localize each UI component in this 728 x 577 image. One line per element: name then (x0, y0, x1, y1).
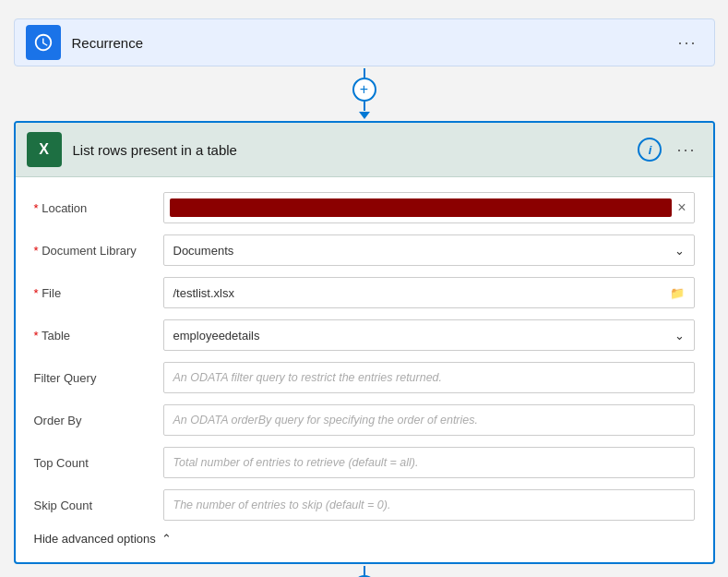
order-by-placeholder: An ODATA orderBy query for specifying th… (173, 414, 478, 427)
order-by-input-wrap: An ODATA orderBy query for specifying th… (163, 404, 695, 436)
document-library-value: Documents (173, 244, 234, 258)
info-button[interactable]: i (638, 138, 662, 162)
file-label: * File (34, 286, 163, 300)
filter-query-label: Filter Query (34, 371, 163, 385)
table-dropdown[interactable]: employeedetails ⌄ (163, 319, 695, 351)
top-connector-line (364, 68, 365, 78)
chevron-down-icon: ⌄ (674, 244, 685, 258)
list-rows-card: X List rows present in a table i ··· * L… (14, 121, 715, 564)
document-library-dropdown[interactable]: Documents ⌄ (163, 234, 695, 266)
top-count-label: Top Count (34, 456, 163, 470)
top-count-placeholder: Total number of entries to retrieve (def… (173, 456, 419, 469)
doc-lib-required-star: * (34, 244, 42, 258)
top-add-button[interactable]: + (352, 78, 376, 102)
order-by-label: Order By (34, 414, 163, 427)
list-rows-header: X List rows present in a table i ··· (16, 123, 713, 177)
filter-query-input-wrap: An ODATA filter query to restrict the en… (163, 362, 695, 393)
file-field[interactable]: /testlist.xlsx 📁 (163, 277, 695, 308)
table-required-star: * (34, 329, 42, 343)
recurrence-icon (26, 25, 61, 60)
file-required-star: * (34, 286, 42, 300)
table-input-wrap: employeedetails ⌄ (163, 319, 695, 351)
order-by-row: Order By An ODATA orderBy query for spec… (34, 404, 695, 436)
file-input-wrap: /testlist.xlsx 📁 (163, 277, 695, 308)
file-row: * File /testlist.xlsx 📁 (34, 277, 695, 308)
skip-count-row: Skip Count The number of entries to skip… (34, 489, 695, 521)
recurrence-more-options-button[interactable]: ··· (672, 30, 702, 56)
top-count-row: Top Count Total number of entries to ret… (34, 447, 695, 478)
skip-count-input-wrap: The number of entries to skip (default =… (163, 489, 695, 521)
skip-count-placeholder: The number of entries to skip (default =… (173, 499, 391, 511)
filter-query-row: Filter Query An ODATA filter query to re… (34, 362, 695, 393)
file-value: /testlist.xlsx (173, 286, 234, 300)
document-library-input-wrap: Documents ⌄ (163, 234, 695, 266)
skip-count-label: Skip Count (34, 499, 163, 512)
list-rows-title: List rows present in a table (73, 142, 638, 158)
hide-advanced-label: Hide advanced options (34, 532, 156, 546)
recurrence-title: Recurrence (72, 35, 673, 51)
skip-count-field[interactable]: The number of entries to skip (default =… (163, 489, 695, 521)
form-area: * Location × * Document Library Document… (16, 177, 713, 562)
top-count-input-wrap: Total number of entries to retrieve (def… (163, 447, 695, 478)
filter-query-placeholder: An ODATA filter query to restrict the en… (173, 371, 443, 384)
location-row: * Location × (34, 192, 695, 223)
filter-query-field[interactable]: An ODATA filter query to restrict the en… (163, 362, 695, 393)
top-count-field[interactable]: Total number of entries to retrieve (def… (163, 447, 695, 478)
table-label: * Table (34, 329, 163, 343)
table-row: * Table employeedetails ⌄ (34, 319, 695, 351)
table-value: employeedetails (173, 329, 260, 343)
location-label: * Location (34, 201, 163, 215)
excel-icon: X (27, 132, 62, 167)
chevron-up-icon: ⌃ (161, 532, 172, 546)
bottom-connector-line (364, 566, 365, 575)
hide-advanced-button[interactable]: Hide advanced options ⌃ (34, 532, 695, 549)
location-input-wrap: × (163, 192, 695, 223)
top-connector: + (352, 68, 376, 119)
recurrence-card: Recurrence ··· (14, 18, 715, 66)
document-library-label: * Document Library (34, 244, 163, 258)
order-by-field[interactable]: An ODATA orderBy query for specifying th… (163, 404, 695, 436)
location-clear-button[interactable]: × (677, 199, 686, 216)
location-required-star: * (34, 201, 42, 215)
list-rows-more-options-button[interactable]: ··· (671, 137, 701, 163)
table-chevron-down-icon: ⌄ (674, 329, 685, 343)
document-library-row: * Document Library Documents ⌄ (34, 234, 695, 266)
top-arrow-down (359, 112, 370, 119)
location-redacted-bar (170, 198, 673, 217)
bottom-connector: + (352, 566, 376, 577)
location-field[interactable]: × (163, 192, 695, 223)
top-connector-line-2 (364, 102, 365, 111)
folder-icon[interactable]: 📁 (670, 286, 685, 300)
